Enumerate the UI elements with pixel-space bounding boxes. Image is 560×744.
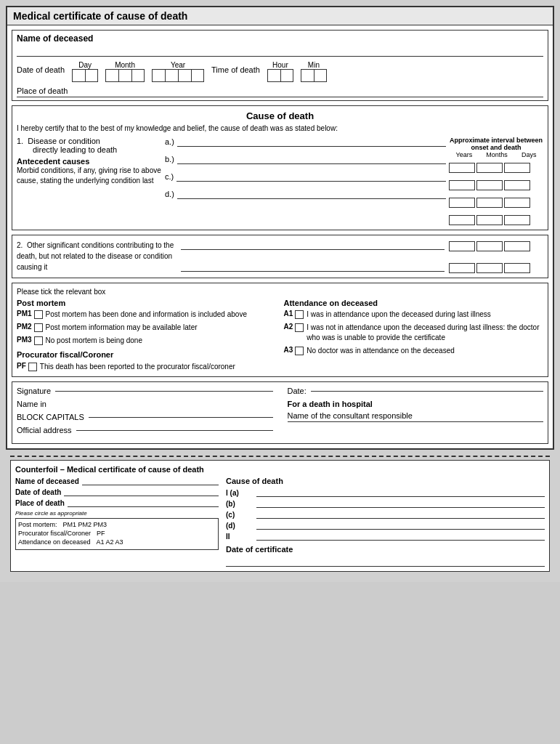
cf-ia-label: I (a) xyxy=(226,489,255,497)
cf-date-cert-label: Date of certificate xyxy=(226,545,545,554)
date-line[interactable] xyxy=(311,391,543,392)
year-box-1[interactable] xyxy=(152,69,165,82)
cf-b-line[interactable] xyxy=(256,499,545,508)
morbid-label: Morbid conditions, if any, giving rise t… xyxy=(17,166,162,186)
cf-ia-line[interactable] xyxy=(256,488,545,497)
cf-ia-row: I (a) xyxy=(226,488,545,497)
name-of-deceased-line[interactable] xyxy=(17,45,543,57)
pm3-text: No post mortem is being done xyxy=(46,336,142,346)
months-label: Months xyxy=(486,151,508,158)
cf-c-line[interactable] xyxy=(256,510,545,519)
a-label: a.) xyxy=(165,137,174,146)
interval-a-years[interactable] xyxy=(449,163,475,173)
month-box-2[interactable] xyxy=(118,69,131,82)
a2-checkbox[interactable] xyxy=(295,323,304,332)
min-box-1[interactable] xyxy=(301,69,314,82)
interval-b-months[interactable] xyxy=(476,180,503,190)
day-box-1[interactable] xyxy=(72,69,85,82)
block-capitals-line[interactable] xyxy=(89,417,273,418)
year-column: Year xyxy=(152,61,204,82)
cf-right: Cause of death I (a) (b) (c) (d) xyxy=(226,477,545,567)
pm-section: Please tick the relevant box Post mortem… xyxy=(12,283,548,377)
cf-b-label: (b) xyxy=(226,500,255,508)
official-address-row: Official address xyxy=(17,426,273,434)
pf-checkbox[interactable] xyxy=(28,363,37,371)
item1-num: 1. xyxy=(17,137,23,145)
other-interval-2-days[interactable] xyxy=(504,263,530,273)
interval-b-days[interactable] xyxy=(504,180,530,190)
cf-name-label: Name of deceased xyxy=(15,477,79,485)
cf-date-row: Date of death xyxy=(15,488,219,496)
other-interval-1-years[interactable] xyxy=(449,241,475,251)
line-d[interactable] xyxy=(177,189,446,199)
antecedent-label: Antecedent causes xyxy=(17,157,162,166)
year-box-4[interactable] xyxy=(191,69,204,82)
cf-d-row: (d) xyxy=(226,521,545,530)
pf-text: This death has been reported to the proc… xyxy=(40,362,235,372)
consultant-line[interactable] xyxy=(288,421,544,422)
other-interval-1-days[interactable] xyxy=(504,241,530,251)
name-of-deceased-label: Name of deceased xyxy=(17,33,543,44)
interval-a-days[interactable] xyxy=(504,163,530,173)
other-line-1[interactable] xyxy=(181,240,445,250)
other-interval-2-years[interactable] xyxy=(449,263,475,273)
line-b[interactable] xyxy=(177,154,446,164)
a3-row: A3 No doctor was in attendance on the de… xyxy=(284,346,544,356)
pm3-checkbox[interactable] xyxy=(34,336,43,345)
cf-c-row: (c) xyxy=(226,510,545,519)
pm1-checkbox[interactable] xyxy=(34,310,43,319)
pf-title: Procurator fiscal/Coroner xyxy=(17,350,277,359)
a1-row: A1 I was in attendance upon the deceased… xyxy=(284,310,544,320)
interval-c-days[interactable] xyxy=(504,198,530,208)
other-conditions-section: 2. Other significant conditions contribu… xyxy=(12,235,548,278)
cf-ii-line[interactable] xyxy=(256,532,545,541)
a1-checkbox[interactable] xyxy=(295,310,304,319)
cf-date-cert-line[interactable] xyxy=(226,555,545,567)
min-box-2[interactable] xyxy=(314,69,327,82)
sig-left: Signature Name in BLOCK CAPITALS Officia… xyxy=(17,387,273,439)
min-column: Min xyxy=(301,61,327,82)
hour-label: Hour xyxy=(272,61,288,69)
month-box-1[interactable] xyxy=(105,69,118,82)
signature-line[interactable] xyxy=(55,391,272,392)
cf-place-line[interactable] xyxy=(68,498,219,507)
interval-d-days[interactable] xyxy=(504,215,530,225)
pm-tick-label: Please tick the relevant box xyxy=(17,288,543,296)
a3-text: No doctor was in attendance on the decea… xyxy=(307,346,454,356)
a3-checkbox[interactable] xyxy=(295,347,304,355)
line-row-a: a.) xyxy=(165,137,446,147)
day-box-2[interactable] xyxy=(85,69,98,82)
date-row: Date: xyxy=(288,387,544,395)
pm2-checkbox[interactable] xyxy=(34,323,43,332)
place-of-death-line[interactable] xyxy=(17,97,543,97)
interval-c-months[interactable] xyxy=(476,198,503,208)
month-box-3[interactable] xyxy=(131,69,145,82)
cf-name-line[interactable] xyxy=(82,477,219,485)
cf-d-line[interactable] xyxy=(256,521,545,530)
interval-a-months[interactable] xyxy=(476,163,503,173)
other-line-2[interactable] xyxy=(181,262,445,272)
hour-box-2[interactable] xyxy=(280,69,293,82)
cause-section: Cause of death I hereby certify that to … xyxy=(12,105,548,230)
cf-date-line[interactable] xyxy=(64,488,219,496)
interval-d-months[interactable] xyxy=(476,215,503,225)
line-a[interactable] xyxy=(177,137,446,147)
interval-d-years[interactable] xyxy=(449,215,475,225)
cf-cause-title: Cause of death xyxy=(226,477,545,485)
hour-box-1[interactable] xyxy=(267,69,280,82)
cf-pf-label: Procurator fiscal/Coroner xyxy=(18,530,91,537)
interval-c-years[interactable] xyxy=(449,198,475,208)
year-box-3[interactable] xyxy=(178,69,191,82)
interval-boxes-a xyxy=(449,163,543,173)
other-interval-2-months[interactable] xyxy=(476,263,503,273)
block-capitals-row: BLOCK CAPITALS xyxy=(17,413,273,421)
cf-please-label: Please circle as appropriate xyxy=(15,510,219,517)
official-address-line[interactable] xyxy=(76,430,273,431)
year-box-2[interactable] xyxy=(165,69,178,82)
other-interval-1-months[interactable] xyxy=(476,241,503,251)
date-label: Date: xyxy=(288,387,307,395)
interval-b-years[interactable] xyxy=(449,180,475,190)
line-c[interactable] xyxy=(176,171,446,182)
dashed-separator xyxy=(10,456,550,457)
cf-codes-grid: Post mortem: PM1 PM2 PM3 Procurator fisc… xyxy=(15,518,219,550)
